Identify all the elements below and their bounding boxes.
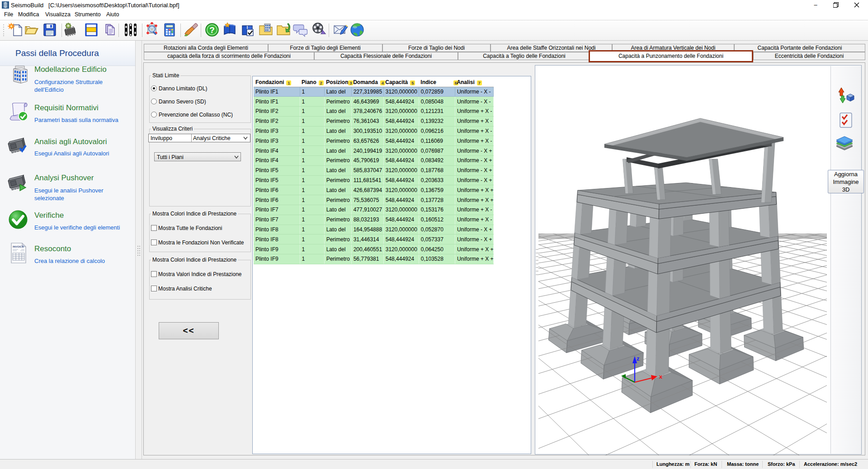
svg-text:x: x — [659, 373, 663, 380]
svg-text:INVOICE: INVOICE — [13, 245, 24, 248]
svg-text:?: ? — [209, 25, 215, 35]
svg-text:z: z — [637, 355, 640, 362]
